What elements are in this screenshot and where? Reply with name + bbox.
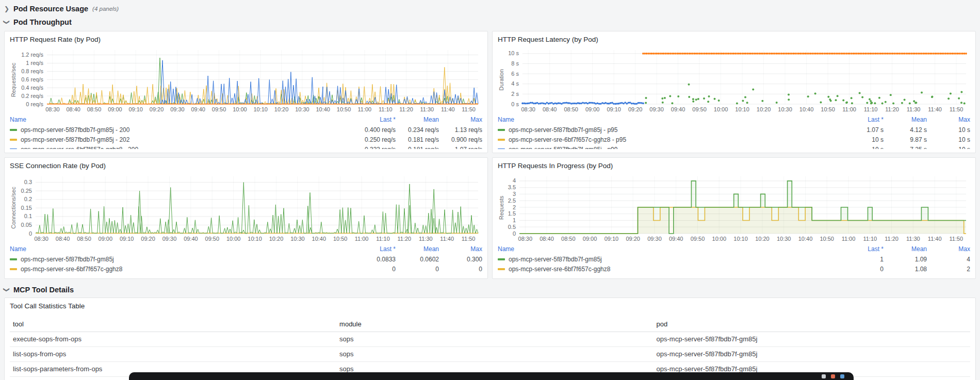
series-max: 2 — [927, 266, 970, 273]
cell-pod: ops-mcp-server-5f87fbdb7f-gm85j — [654, 332, 970, 346]
svg-text:10:30: 10:30 — [777, 236, 791, 242]
svg-text:1.2 req/s: 1.2 req/s — [21, 52, 43, 58]
legend-row[interactable]: ops-mcp-server-5f87fbdb7f-gm85j - 200 0.… — [10, 125, 482, 135]
series-max: 1.07 req/s — [439, 146, 482, 150]
svg-text:08:30: 08:30 — [518, 236, 533, 242]
dock-bar[interactable] — [129, 372, 854, 380]
svg-text:6 s: 6 s — [511, 71, 519, 77]
time-series-plot[interactable]: 00.050.10.150.20.250.308:3008:4008:5009:… — [17, 173, 482, 242]
svg-text:09:20: 09:20 — [141, 236, 155, 242]
section-mcp-tool-details[interactable]: ❯ MCP Tool Details — [4, 283, 976, 296]
legend-header-last[interactable]: Last * — [352, 116, 396, 123]
legend-header-max[interactable]: Max — [927, 116, 970, 123]
legend-header-name[interactable]: Name — [498, 245, 840, 253]
svg-text:11:40: 11:40 — [440, 236, 454, 242]
legend-header-max[interactable]: Max — [927, 245, 970, 253]
svg-text:4 s: 4 s — [511, 80, 519, 87]
series-max: 10 s — [927, 136, 970, 143]
svg-text:11:50: 11:50 — [462, 106, 476, 112]
step-plot[interactable]: 00.511.522.533.5408:3008:4008:5009:0009:… — [505, 173, 970, 242]
legend-header-mean[interactable]: Mean — [396, 245, 439, 253]
svg-text:09:50: 09:50 — [212, 106, 226, 112]
svg-text:11:00: 11:00 — [355, 236, 369, 242]
svg-text:10:20: 10:20 — [269, 236, 284, 242]
svg-text:10:10: 10:10 — [253, 106, 268, 112]
column-header-module[interactable]: module — [336, 317, 653, 332]
in-progress-chart[interactable]: Requests 00.511.522.533.5408:3008:4008:5… — [498, 173, 970, 242]
series-swatch — [498, 139, 505, 141]
svg-text:08:40: 08:40 — [66, 106, 80, 112]
series-swatch — [498, 129, 505, 131]
legend-header-mean[interactable]: Mean — [884, 116, 927, 123]
series-mean: 0 — [396, 266, 439, 273]
legend-header-name[interactable]: Name — [10, 245, 352, 253]
legend-header-mean[interactable]: Mean — [884, 245, 927, 253]
svg-text:0 req/s: 0 req/s — [26, 101, 43, 107]
legend-header-name[interactable]: Name — [498, 116, 840, 123]
dock-app-icon[interactable] — [840, 374, 844, 378]
svg-text:0 s: 0 s — [511, 101, 519, 107]
legend-header-max[interactable]: Max — [439, 245, 482, 253]
panel-title[interactable]: HTTP Requests In Progress (by Pod) — [498, 161, 970, 171]
section-pod-resource-usage[interactable]: ❯ Pod Resource Usage (4 panels) — [4, 2, 976, 15]
legend-row[interactable]: ops-mcp-server-5f87fbdb7f-gm85j 0.0833 0… — [10, 254, 482, 264]
table-header-row: tool module pod — [10, 317, 970, 332]
legend: Name Last * Mean Max ops-mcp-server-5f87… — [498, 244, 970, 275]
cell-pod: ops-mcp-server-5f87fbdb7f-gm85j — [654, 346, 970, 361]
panel-title[interactable]: Tool Call Statistics Table — [10, 301, 970, 311]
legend-row[interactable]: ops-mcp-server-sre-6bf7f657c-gghz8 0 0 0 — [10, 264, 482, 274]
legend-row[interactable]: ops-mcp-server-5f87fbdb7f-gm85j - p99 10… — [498, 144, 970, 149]
panel-sse-connection-rate: SSE Connection Rate (by Pod) Connections… — [4, 157, 488, 279]
svg-text:0.5: 0.5 — [508, 224, 516, 230]
series-last: 10 s — [840, 146, 884, 150]
chevron-right-icon: ❯ — [4, 6, 9, 12]
series-max: 0.900 req/s — [439, 136, 482, 143]
svg-text:0: 0 — [513, 230, 516, 237]
svg-text:09:40: 09:40 — [191, 106, 205, 112]
legend-header-name[interactable]: Name — [10, 116, 352, 123]
legend-row[interactable]: ops-mcp-server-sre-6bf7f657c-gghz8 - p95… — [498, 135, 970, 144]
legend: Name Last * Mean Max ops-mcp-server-5f87… — [10, 114, 482, 149]
legend-header-last[interactable]: Last * — [352, 245, 396, 253]
panel-title[interactable]: HTTP Request Latency (by Pod) — [498, 35, 970, 45]
svg-text:09:20: 09:20 — [628, 106, 643, 112]
section-pod-throughput[interactable]: ❯ Pod Throughput — [4, 15, 976, 29]
latency-chart[interactable]: Duration 0 s2 s4 s6 s8 s10 s08:3008:4008… — [498, 47, 970, 113]
legend-header-last[interactable]: Last * — [840, 245, 884, 253]
series-mean: 1.09 — [884, 256, 927, 263]
series-swatch — [10, 258, 17, 260]
legend-row[interactable]: ops-mcp-server-5f87fbdb7f-gm85j - p95 1.… — [498, 125, 970, 135]
series-swatch — [10, 268, 17, 270]
chevron-down-icon: ❯ — [4, 20, 10, 25]
sse-rate-chart[interactable]: Connections/sec 00.050.10.150.20.250.308… — [10, 173, 482, 242]
column-header-tool[interactable]: tool — [10, 317, 336, 332]
request-rate-chart[interactable]: Requests/sec 0 req/s0.2 req/s0.4 req/s0.… — [10, 47, 482, 113]
legend-row[interactable]: ops-mcp-server-sre-6bf7f657c-gghz8 - 200… — [10, 144, 482, 149]
legend-header: Name Last * Mean Max — [10, 244, 482, 254]
dock-app-icon[interactable] — [831, 374, 835, 378]
series-max: 10 s — [927, 146, 970, 150]
dock-app-icon[interactable] — [822, 374, 826, 378]
svg-text:09:00: 09:00 — [583, 236, 597, 242]
scatter-plot[interactable]: 0 s2 s4 s6 s8 s10 s08:3008:4008:5009:000… — [505, 47, 970, 113]
panel-title[interactable]: SSE Connection Rate (by Pod) — [10, 161, 482, 171]
legend-header-mean[interactable]: Mean — [396, 116, 439, 123]
series-swatch — [498, 268, 505, 270]
svg-text:08:30: 08:30 — [521, 106, 535, 112]
svg-text:10:50: 10:50 — [820, 236, 834, 242]
series-max: 0 — [439, 266, 482, 273]
legend-row[interactable]: ops-mcp-server-sre-6bf7f657c-gghz8 0 1.0… — [498, 264, 970, 274]
legend-row[interactable]: ops-mcp-server-5f87fbdb7f-gm85j 1 1.09 4 — [498, 254, 970, 264]
svg-text:09:50: 09:50 — [691, 236, 705, 242]
legend-header-max[interactable]: Max — [439, 116, 482, 123]
panel-title[interactable]: HTTP Request Rate (by Pod) — [10, 35, 482, 45]
legend-header-last[interactable]: Last * — [840, 116, 884, 123]
column-header-pod[interactable]: pod — [654, 317, 970, 332]
y-axis-label: Connections/sec — [10, 173, 17, 242]
legend: Name Last * Mean Max ops-mcp-server-5f87… — [498, 114, 970, 149]
series-mean: 1.08 — [884, 266, 927, 273]
legend-row[interactable]: ops-mcp-server-5f87fbdb7f-gm85j - 202 0.… — [10, 135, 482, 144]
svg-text:10:10: 10:10 — [735, 106, 749, 112]
time-series-plot[interactable]: 0 req/s0.2 req/s0.4 req/s0.6 req/s0.8 re… — [17, 47, 482, 113]
svg-text:4: 4 — [513, 177, 516, 184]
